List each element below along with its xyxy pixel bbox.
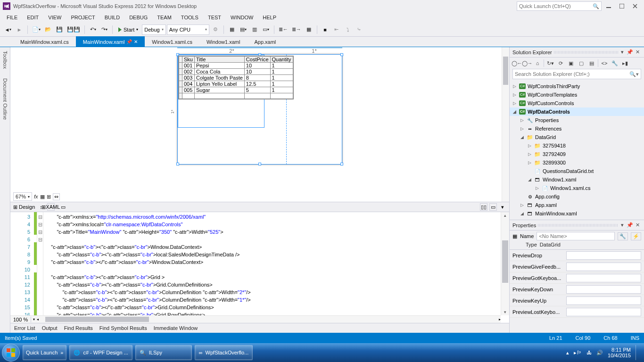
menu-help[interactable]: HELP <box>258 14 281 21</box>
solution-tree[interactable]: ▷C#WpfControlsThirdParty▷C#WpfControlTem… <box>510 81 644 220</box>
menu-project[interactable]: PROJECT <box>66 14 99 21</box>
flag-icon[interactable]: ▸🏳 <box>574 350 582 356</box>
tb-icon[interactable]: ▥ <box>249 25 260 35</box>
doc-tab[interactable]: MainWindow.xaml📌✕ <box>76 36 145 47</box>
prop-name-input[interactable] <box>537 232 615 240</box>
doc-outline-tab[interactable]: Document Outline <box>2 76 8 122</box>
fx-icon[interactable]: fx <box>34 194 38 199</box>
pin-icon[interactable]: 📌 <box>626 49 634 56</box>
home-icon[interactable]: ⌂ <box>533 59 542 67</box>
doc-tab[interactable]: Window1.xaml <box>199 36 248 47</box>
platform-dropdown[interactable]: Any CPU▾ <box>167 25 209 35</box>
property-row[interactable]: PreviewLostKeybo... <box>510 306 644 318</box>
show-all-icon[interactable]: ▢ <box>577 59 586 67</box>
properties-list[interactable]: PreviewDropPreviewGiveFeedb...PreviewGot… <box>510 249 644 333</box>
bottom-tab[interactable]: Error List <box>14 325 35 331</box>
flag-icon[interactable]: ▸▮ <box>621 59 629 67</box>
property-row[interactable]: PreviewKeyUp <box>510 295 644 306</box>
uncomment-button[interactable]: ≣→ <box>290 25 303 35</box>
tree-node[interactable]: ▷🗔App.xaml <box>510 201 644 209</box>
designer-surface[interactable]: 2* 1* 1* SkuTitleCostP <box>10 47 509 202</box>
wrench-icon[interactable]: 🔧 <box>618 232 628 240</box>
save-button[interactable]: 💾 <box>54 25 65 35</box>
tray-up-icon[interactable]: ▴ <box>566 350 569 356</box>
show-desktop-button[interactable] <box>636 345 639 360</box>
clock[interactable]: 8:11 PM10/4/2015 <box>608 347 631 358</box>
collapse-icon[interactable]: ▣ <box>567 59 575 67</box>
split-h-icon[interactable]: ▯▯ <box>480 203 487 211</box>
nav-back-button[interactable]: ◄▾ <box>3 25 13 35</box>
grid-icon[interactable]: ⊞ <box>47 194 51 200</box>
comment-button[interactable]: ≣← <box>277 25 289 35</box>
taskbar-item[interactable]: 🌐c# - WPF Design ... <box>69 345 132 360</box>
doc-tab[interactable]: App.xaml <box>247 36 283 47</box>
system-tray[interactable]: ▴ ▸🏳 🖧 🔊 8:11 PM10/4/2015 <box>566 345 642 360</box>
start-debug-button[interactable]: Start▾ <box>116 25 141 35</box>
speaker-icon[interactable]: 🔊 <box>596 350 603 356</box>
property-row[interactable]: PreviewDrop <box>510 250 644 261</box>
tree-node[interactable]: 📄QuestionsDataGrid.txt <box>510 167 644 175</box>
sync-icon[interactable]: ⟳ <box>556 59 565 67</box>
code-icon[interactable]: <> <box>600 59 609 67</box>
tree-node[interactable]: ▷📁32792409 <box>510 150 644 158</box>
undo-button[interactable]: ↶▾ <box>88 25 98 35</box>
properties-icon[interactable]: ▤ <box>587 59 596 67</box>
tree-node[interactable]: ▷▪▪References <box>510 124 644 133</box>
save-all-button[interactable]: 💾💾 <box>66 25 82 35</box>
tree-node[interactable]: ⚙App.config <box>510 192 644 201</box>
grid-icon[interactable]: ▦ <box>40 194 45 200</box>
fwd-icon[interactable]: ◯→ <box>523 59 531 67</box>
tree-node[interactable]: ◢🗔MainWindow.xaml <box>510 209 644 218</box>
zoom-dropdown[interactable]: 67%▾ <box>13 192 32 201</box>
design-xaml-splitter[interactable]: ⊞ Design ↕ ⊞ XAML ▭ ▯▯ ▭ ▾ <box>10 202 509 212</box>
toolbox-tab[interactable]: Toolbox <box>2 49 8 71</box>
menu-test[interactable]: TEST <box>203 14 226 21</box>
redo-button[interactable]: ↷▾ <box>99 25 109 35</box>
config-dropdown[interactable]: Debug▾ <box>142 25 165 35</box>
menu-edit[interactable]: EDIT <box>22 14 43 21</box>
xaml-tab-button[interactable]: ⊞ XAML <box>47 203 55 211</box>
quick-launch-input[interactable]: Quick Launch (Ctrl+Q)🔍 <box>517 1 602 11</box>
tree-node[interactable]: ▷📁32899300 <box>510 158 644 167</box>
property-row[interactable]: PreviewGiveFeedb... <box>510 261 644 272</box>
menu-debug[interactable]: DEBUG <box>124 14 152 21</box>
tree-node[interactable]: ▷C#WpfCustomControls <box>510 99 644 107</box>
tree-node[interactable]: ▷C#WpfControlsThirdParty <box>510 82 644 90</box>
tree-node[interactable]: ◢🗔Window1.xaml <box>510 175 644 184</box>
tree-node[interactable]: ◢C#WpfDataControls <box>510 107 644 116</box>
tb-icon[interactable]: ▦ <box>304 25 314 35</box>
dropdown-icon[interactable]: ▾ <box>619 49 626 56</box>
tree-node[interactable]: ◢📁DataGrid <box>510 133 644 141</box>
tb-icon[interactable]: ■ <box>320 25 330 35</box>
open-button[interactable]: 📂 <box>43 25 53 35</box>
doc-icon[interactable]: ▭ <box>59 203 67 211</box>
menu-tools[interactable]: TOOLS <box>176 14 203 21</box>
se-search-input[interactable]: Search Solution Explorer (Ctrl+;)🔍▾ <box>512 69 641 79</box>
bottom-tab[interactable]: Output <box>42 325 58 331</box>
new-project-button[interactable]: 📄▾ <box>31 25 42 35</box>
design-canvas[interactable]: 2* 1* 1* SkuTitleCostP <box>177 54 343 165</box>
quick-launch-taskbar[interactable]: Quick Launch» <box>23 345 66 360</box>
designer-scrollbar[interactable] <box>502 47 509 202</box>
pin-icon[interactable]: 📌 <box>626 222 634 229</box>
tb-icon[interactable]: ▦ <box>227 25 237 35</box>
xaml-editor[interactable]: 345678910111213141516 ⊟⊟⊟⊟ "c-attr">xmln… <box>10 212 509 323</box>
back-icon[interactable]: ◯← <box>512 59 521 67</box>
menu-window[interactable]: WINDOW <box>226 14 258 21</box>
refresh-icon[interactable]: ↻▾ <box>546 59 554 67</box>
menu-team[interactable]: TEAM <box>152 14 176 21</box>
editor-hscroll[interactable]: 100 % ▾ ◂ ▸ <box>10 315 501 323</box>
property-row[interactable]: PreviewGotKeyboa... <box>510 272 644 284</box>
minimize-button[interactable] <box>603 1 615 11</box>
close-icon[interactable]: ✕ <box>634 222 641 229</box>
wrench-icon[interactable]: 🔧 <box>611 59 619 67</box>
property-row[interactable]: PreviewKeyDown <box>510 284 644 295</box>
bottom-tab[interactable]: Immediate Window <box>154 325 198 331</box>
dropdown-icon[interactable]: ▾ <box>619 222 626 229</box>
snap-icon[interactable]: ⇔ <box>53 193 60 200</box>
bolt-icon[interactable]: ⚡ <box>631 232 641 240</box>
split-v-icon[interactable]: ▭ <box>489 203 497 211</box>
close-button[interactable] <box>629 1 641 11</box>
menu-view[interactable]: VIEW <box>43 14 66 21</box>
tree-node[interactable]: ▷🔧Properties <box>510 116 644 124</box>
